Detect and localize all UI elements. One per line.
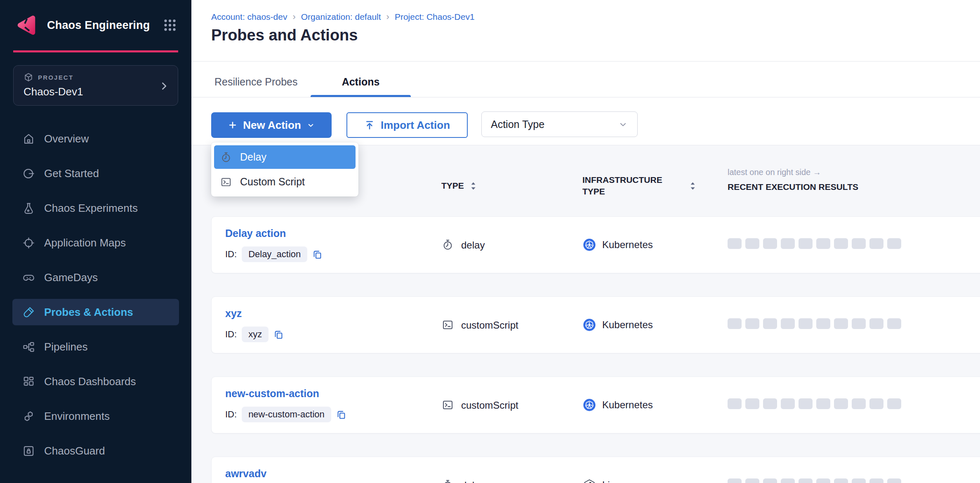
- harness-logo-icon: [14, 13, 39, 37]
- execution-result-placeholder: [816, 398, 830, 409]
- results-hint: latest one on right side →: [728, 168, 858, 177]
- action-type-cell: customScript: [442, 319, 518, 331]
- sort-icon[interactable]: [471, 182, 476, 190]
- execution-result-placeholder: [799, 238, 813, 249]
- execution-result-placeholder: [834, 238, 848, 249]
- project-name: Chaos-Dev1: [24, 85, 168, 98]
- breadcrumb-link-organization[interactable]: Organization: default: [301, 12, 381, 22]
- sidebar-item-chaos-dashboards[interactable]: Chaos Dashboards: [12, 368, 179, 395]
- tab-actions[interactable]: Actions: [311, 76, 411, 88]
- breadcrumb: Account: chaos-dev›Organization: default…: [211, 12, 475, 22]
- kubernetes-icon: [583, 318, 596, 331]
- copy-icon[interactable]: [336, 410, 346, 420]
- sidebar-item-chaos-experiments[interactable]: Chaos Experiments: [12, 195, 179, 221]
- execution-result-placeholder: [869, 318, 883, 329]
- execution-result-placeholder: [728, 398, 742, 409]
- infrastructure-value: Kubernetes: [602, 319, 653, 331]
- flask-icon: [22, 202, 35, 215]
- action-name-link[interactable]: new-custom-action: [225, 388, 319, 400]
- infrastructure-cell: Kubernetes: [583, 398, 653, 412]
- execution-result-placeholder: [781, 238, 795, 249]
- sidebar-item-chaosguard[interactable]: ChaosGuard: [12, 438, 179, 464]
- sidebar: Chaos Engineering PROJECT Chaos-Dev1 Ove…: [0, 0, 191, 483]
- execution-result-placeholder: [745, 238, 759, 249]
- action-type-cell: customScript: [442, 399, 518, 411]
- upload-icon: [364, 120, 375, 130]
- execution-result-placeholder: [816, 478, 830, 483]
- module-grid-icon[interactable]: [163, 18, 177, 33]
- action-type-value: customScript: [461, 319, 518, 331]
- action-type-filter[interactable]: Action Type: [481, 111, 638, 137]
- execution-result-placeholder: [763, 478, 777, 483]
- breadcrumb-link-project[interactable]: Project: Chaos-Dev1: [395, 12, 475, 22]
- tab-resilience-probes[interactable]: Resilience Probes: [214, 76, 298, 88]
- action-type-filter-value: Action Type: [491, 118, 544, 130]
- action-name-link[interactable]: Delay action: [225, 227, 286, 239]
- copy-icon[interactable]: [273, 329, 284, 340]
- title-divider: [191, 61, 980, 62]
- sidebar-item-environments[interactable]: Environments: [12, 403, 179, 429]
- sidebar-item-probes-actions[interactable]: Probes & Actions: [12, 299, 179, 325]
- id-label: ID:: [225, 409, 237, 420]
- sidebar-item-gamedays[interactable]: GameDays: [12, 264, 179, 291]
- probe-icon: [22, 306, 35, 319]
- execution-result-placeholder: [728, 318, 742, 329]
- execution-result-placeholder: [728, 478, 742, 483]
- execution-result-placeholder: [781, 478, 795, 483]
- execution-result-placeholder: [887, 478, 901, 483]
- execution-result-placeholder: [834, 398, 848, 409]
- sidebar-item-get-started[interactable]: Get Started: [12, 160, 179, 187]
- execution-result-placeholder: [852, 238, 866, 249]
- action-type-cell: delay: [442, 239, 485, 251]
- dropdown-item-custom-script[interactable]: Custom Script: [214, 170, 356, 194]
- execution-result-placeholder: [852, 478, 866, 483]
- action-id: ID:new-custom-action: [225, 407, 346, 422]
- sidebar-item-label: GameDays: [44, 271, 98, 284]
- action-name-link[interactable]: awrvadv: [225, 468, 266, 480]
- execution-result-placeholder: [816, 238, 830, 249]
- import-action-label: Import Action: [381, 119, 450, 132]
- execution-result-placeholder: [887, 318, 901, 329]
- project-selector[interactable]: PROJECT Chaos-Dev1: [13, 65, 178, 106]
- execution-result-placeholder: [799, 478, 813, 483]
- execution-result-placeholder: [869, 398, 883, 409]
- pipeline-icon: [22, 341, 35, 353]
- import-action-button[interactable]: Import Action: [346, 112, 468, 138]
- kubernetes-icon: [583, 398, 596, 412]
- execution-result-placeholder: [763, 398, 777, 409]
- action-type-value: delay: [461, 239, 485, 251]
- sidebar-nav: OverviewGet StartedChaos ExperimentsAppl…: [0, 125, 191, 472]
- execution-result-placeholder: [834, 478, 848, 483]
- sidebar-item-label: Chaos Experiments: [44, 202, 138, 215]
- sidebar-item-pipelines[interactable]: Pipelines: [12, 334, 179, 360]
- stopwatch-icon: [442, 239, 454, 251]
- environments-icon: [22, 410, 35, 423]
- action-name-link[interactable]: xyz: [225, 308, 242, 320]
- new-action-button[interactable]: New Action: [211, 112, 332, 138]
- breadcrumb-link-account[interactable]: Account: chaos-dev: [211, 12, 287, 22]
- terminal-icon: [220, 176, 232, 188]
- sidebar-item-label: ChaosGuard: [44, 445, 105, 457]
- sidebar-item-label: Chaos Dashboards: [44, 375, 136, 388]
- actions-table-rows: Delay actionID:Delay_actiondelayKubernet…: [211, 216, 980, 483]
- sidebar-item-application-maps[interactable]: Application Maps: [12, 230, 179, 256]
- gamepad-icon: [22, 271, 35, 284]
- action-type-value: delay: [461, 479, 485, 483]
- infrastructure-value: Kubernetes: [602, 239, 653, 251]
- copy-icon[interactable]: [312, 249, 323, 260]
- execution-result-placeholder: [745, 478, 759, 483]
- kubernetes-icon: [583, 238, 596, 251]
- stopwatch-icon: [220, 152, 232, 163]
- dropdown-item-delay[interactable]: Delay: [214, 145, 356, 169]
- action-id-value: new-custom-action: [242, 407, 331, 422]
- new-action-dropdown: DelayCustom Script: [211, 142, 358, 197]
- sort-icon[interactable]: [690, 182, 695, 190]
- dropdown-item-label: Custom Script: [240, 176, 305, 188]
- sidebar-item-overview[interactable]: Overview: [12, 125, 179, 152]
- sidebar-item-label: Overview: [44, 133, 89, 145]
- project-label: PROJECT: [38, 74, 73, 81]
- execution-result-placeholder: [728, 238, 742, 249]
- linux-icon: [583, 478, 596, 483]
- execution-result-placeholder: [869, 238, 883, 249]
- main-content: Account: chaos-dev›Organization: default…: [191, 0, 980, 483]
